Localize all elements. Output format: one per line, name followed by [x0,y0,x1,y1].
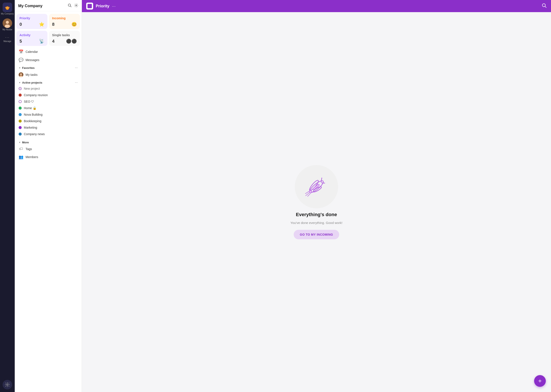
tags-label: Tags [26,147,32,151]
project-label-marketing: Marketing [24,126,37,129]
icon-bar-bottom [3,380,12,389]
new-project-label: New project [24,87,40,90]
activity-count: 5 [20,39,22,44]
sidebar-title: My Company [18,4,42,8]
top-bar-logo-inner [88,4,92,8]
project-dot-marketing [19,126,22,129]
empty-state-title: Everything's done [296,212,337,217]
svg-point-15 [76,5,77,6]
project-item-seo[interactable]: SEO 🛡 [16,98,80,105]
project-item-nova-building[interactable]: Nova Building [16,111,80,118]
project-label-nova-building: Nova Building [24,113,42,116]
top-bar: Priority ··· [82,0,551,12]
favorites-more-button[interactable]: ··· [75,66,78,70]
top-bar-search-button[interactable] [542,3,547,9]
go-to-incoming-button[interactable]: GO TO MY INCOMING [294,230,339,239]
active-projects-arrow-icon: ▼ [19,81,21,84]
project-dot-home [19,106,22,110]
project-item-marketing[interactable]: Marketing [16,124,80,131]
single-tasks-count: 4 [52,39,55,44]
svg-point-7 [7,7,7,8]
members-icon: 👥 [19,155,23,159]
content-area: Everything's done You've done everything… [82,12,551,392]
active-projects-section-header[interactable]: ▼ Active projects ··· [16,79,80,85]
app-logo-avatar[interactable] [3,3,12,12]
project-dot-seo [19,100,22,103]
single-tasks-tile[interactable]: Single tasks 4 ⚫⚫ [49,31,80,46]
priority-tile[interactable]: Priority 0 ⭐ [16,14,48,29]
project-label-bookkeeping: Bookkeeping [24,119,41,123]
more-section-header[interactable]: ▼ More [16,139,80,145]
active-projects-more-button[interactable]: ··· [75,81,78,84]
incoming-tile[interactable]: Incoming 8 😊 [49,14,80,29]
sidebar-scroll: Priority 0 ⭐ Incoming 8 😊 Activity 5 📡 [15,11,82,392]
tags-nav-item[interactable]: 🏷 Tags [16,145,80,153]
activity-tile[interactable]: Activity 5 📡 [16,31,48,46]
messages-nav-item[interactable]: 💬 Messages [16,56,80,64]
project-dot-bookkeeping [19,119,22,123]
my-nozbe-item[interactable]: My Nozbe [2,18,12,31]
manage-icon-container[interactable]: ··· [5,35,9,40]
manage-dots-icon: ··· [5,35,9,40]
top-bar-title: Priority [96,4,109,8]
messages-label: Messages [26,58,39,62]
svg-line-14 [70,6,71,7]
members-nav-item[interactable]: 👥 Members [16,153,80,161]
active-projects-section-title: Active projects [22,81,42,84]
my-tasks-item[interactable]: My tasks [16,70,80,79]
sidebar-header-icons [68,3,78,8]
incoming-tile-bottom: 8 😊 [52,22,77,27]
priority-star-icon: ⭐ [39,22,44,27]
new-project-button[interactable]: + New project [16,85,80,92]
project-item-company-news[interactable]: Company news [16,131,80,137]
my-nozbe-label: My Nozbe [2,28,12,31]
sidebar-search-button[interactable] [68,3,72,8]
svg-point-11 [5,24,10,28]
new-project-plus-icon: + [19,87,22,90]
calendar-label: Calendar [26,50,38,54]
more-section-title: More [22,141,29,144]
messages-icon: 💬 [19,58,23,62]
app-logo-item[interactable]: My Company [1,3,14,15]
members-label: Members [26,155,38,159]
sidebar-header: My Company [15,0,82,11]
favorites-section-header[interactable]: ▼ Favorites ··· [16,64,80,70]
project-label-seo: SEO 🛡 [24,100,34,103]
single-tasks-dots-icon: ⚫⚫ [66,39,77,44]
priority-count: 0 [20,22,22,27]
my-tasks-label: My tasks [26,73,37,77]
sidebar-settings-button[interactable] [74,3,78,8]
svg-point-12 [7,384,8,385]
user-avatar[interactable] [3,18,12,28]
settings-icon[interactable] [3,380,12,389]
main-area: Priority ··· [82,0,551,392]
project-dot-company-news [19,133,22,136]
fab-add-button[interactable]: + [534,375,546,387]
priority-tile-bottom: 0 ⭐ [20,22,44,27]
activity-tile-label: Activity [20,33,44,37]
tags-icon: 🏷 [19,147,23,151]
project-item-home[interactable]: Home 🔒 [16,105,80,111]
incoming-tile-label: Incoming [52,16,77,20]
sidebar: My Company Priority 0 [15,0,82,392]
incoming-emoji-icon: 😊 [71,22,77,27]
top-bar-right [542,3,547,9]
incoming-count: 8 [52,22,55,27]
airplane-illustration [295,165,338,208]
favorites-section-title: Favorites [22,66,35,70]
project-item-bookkeeping[interactable]: Bookkeeping [16,118,80,124]
project-dot-nova-building [19,113,22,116]
top-bar-more-button[interactable]: ··· [112,4,116,9]
calendar-icon: 📅 [19,49,23,54]
calendar-nav-item[interactable]: 📅 Calendar [16,48,80,56]
project-item-company-reunion[interactable]: Company reunion [16,92,80,98]
top-bar-logo [86,3,93,9]
project-dot-company-reunion [19,94,22,97]
svg-point-2 [6,7,8,9]
manage-item[interactable]: ··· Manage [3,34,11,42]
single-tasks-tile-label: Single tasks [52,33,77,37]
activity-rss-icon: 📡 [39,39,44,44]
empty-state-subtitle: You've done everything. Good work! [290,221,342,224]
project-label-home: Home 🔒 [24,106,36,110]
my-tasks-avatar [19,72,23,77]
